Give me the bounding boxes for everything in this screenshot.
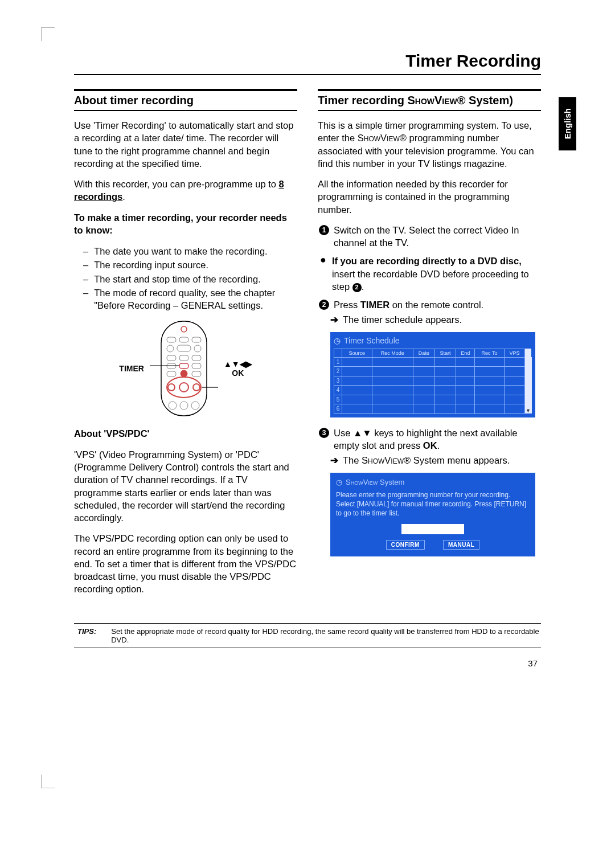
osd-timer-schedule: ◷ Timer Schedule ▲ Source Rec Mode Date … — [330, 332, 535, 417]
section-heading-showview: Timer recording ShowView® System) — [318, 89, 541, 111]
scroll-down-icon: ▼ — [526, 407, 531, 414]
right-column: Timer recording ShowView® System) This i… — [318, 89, 541, 604]
row-6: 6 — [334, 404, 342, 414]
sv-head-c: ® System) — [457, 94, 513, 107]
need-2: The start and stop time of the recording… — [94, 273, 261, 285]
tips-text: Set the appropriate mode of record quali… — [111, 627, 541, 644]
vps-p1: 'VPS' (Video Programming System) or 'PDC… — [74, 448, 297, 525]
osd2-title: ◷ ShowView System — [336, 477, 530, 488]
bullet-bold: If you are recording directly to a DVD d… — [332, 256, 522, 266]
remote-icon — [150, 320, 218, 417]
language-tab: English — [559, 97, 576, 150]
dvd-bullet: ● If you are recording directly to a DVD… — [318, 255, 541, 293]
remote-label-arrows-ok: ▲▼◀▶ OK — [224, 359, 252, 379]
osd2-t-a: ShowView — [346, 478, 378, 486]
col-date: Date — [413, 349, 434, 357]
step3-text: Use ▲▼ keys to highlight the next availa… — [334, 427, 541, 452]
vps-p2: The VPS/PDC recording option can only be… — [74, 532, 297, 595]
sv-p1: This is a simple timer programming syste… — [318, 119, 541, 170]
about-p2-c: . — [122, 191, 125, 202]
timer-schedule-table: Source Rec Mode Date Start End Rec To VP… — [334, 349, 532, 414]
manual-page: Timer Recording English About timer reco… — [74, 51, 541, 668]
table-row: 2 — [334, 367, 532, 376]
needs-list: –The date you want to make the recording… — [76, 244, 297, 312]
remote-label-timer: TIMER — [119, 363, 144, 374]
row-5: 5 — [334, 395, 342, 404]
about-p2-a: With this recorder, you can pre-programm… — [74, 179, 279, 189]
sv-head-b: ShowView — [407, 94, 457, 107]
tips-label: TIPS: — [74, 627, 96, 644]
bullet-icon: ● — [320, 253, 326, 293]
list-item: –The date you want to make the recording… — [76, 244, 297, 258]
table-row: 4 — [334, 386, 532, 395]
row-3: 3 — [334, 376, 342, 386]
col-start: Start — [434, 349, 456, 357]
sv-p2: All the information needed by this recor… — [318, 178, 541, 216]
row-4: 4 — [334, 386, 342, 395]
need-3: The mode of record quality, see the chap… — [94, 286, 297, 312]
col-source: Source — [342, 349, 372, 357]
page-title: Timer Recording — [74, 51, 541, 75]
step3-result: ➔ The ShowView® System menu appears. — [318, 454, 541, 466]
osd2-body: Please enter the programming number for … — [336, 490, 530, 518]
step-number-icon: 1 — [319, 225, 329, 235]
need-0: The date you want to make the recording. — [94, 245, 268, 257]
list-item: –The start and stop time of the recordin… — [76, 272, 297, 286]
clock-icon: ◷ — [336, 477, 342, 488]
col-recto: Rec To — [475, 349, 505, 357]
list-item: –The recording input source. — [76, 258, 297, 272]
result-arrow-icon: ➔ — [330, 313, 338, 326]
osd2-title-text: ShowView System — [346, 477, 404, 488]
s3ar-c: ® System menu appears. — [404, 455, 510, 465]
table-row: 5 — [334, 395, 532, 404]
inline-step2-icon: 2 — [352, 283, 362, 292]
svg-point-18 — [179, 383, 188, 392]
s3-c: . — [437, 440, 440, 451]
page-number: 37 — [74, 658, 541, 668]
step2-result: ➔ The timer schedule appears. — [318, 313, 541, 326]
osd1-title-text: Timer Schedule — [344, 335, 400, 346]
need-1: The recording input source. — [94, 259, 208, 271]
svg-point-16 — [181, 370, 187, 377]
step2-text: Press TIMER on the remote control. — [334, 298, 483, 311]
row-2: 2 — [334, 367, 342, 376]
table-header-row: Source Rec Mode Date Start End Rec To VP… — [334, 349, 532, 357]
bullet-rest: insert the recordable DVD before proceed… — [332, 269, 529, 292]
col-vps: VPS — [504, 349, 524, 357]
step2-arrow-text: The timer schedule appears. — [343, 313, 462, 326]
needs-heading: To make a timer recording, your recorder… — [74, 211, 297, 237]
dvd-bullet-text: If you are recording directly to a DVD d… — [332, 255, 541, 293]
s2-b: TIMER — [360, 300, 390, 310]
s3ar-b: ShowView — [362, 455, 404, 465]
svg-point-20 — [193, 384, 200, 391]
step-2: 2 Press TIMER on the remote control. — [318, 298, 541, 311]
table-row: 3 — [334, 376, 532, 386]
step1-text: Switch on the TV. Select the correct Vid… — [334, 224, 541, 249]
clock-icon: ◷ — [334, 335, 341, 346]
remote-diagram: TIMER — [74, 320, 297, 417]
step-number-icon: 3 — [319, 428, 329, 438]
osd2-buttons: CONFIRM MANUAL — [336, 540, 530, 550]
tips-bar: TIPS: Set the appropriate mode of record… — [74, 623, 541, 648]
osd-showview-system: ◷ ShowView System Please enter the progr… — [330, 473, 535, 557]
s2-a: Press — [334, 300, 360, 310]
step3-arrow-text: The ShowView® System menu appears. — [343, 454, 510, 466]
vps-heading: About 'VPS/PDC' — [74, 427, 297, 440]
svg-point-19 — [168, 384, 175, 391]
step-1: 1 Switch on the TV. Select the correct V… — [318, 224, 541, 249]
s3ar-a: The — [343, 455, 362, 465]
col-end: End — [456, 349, 475, 357]
osd2-t-b: System — [378, 478, 404, 486]
about-p1: Use 'Timer Recording' to automatically s… — [74, 119, 297, 170]
content-columns: About timer recording Use 'Timer Recordi… — [74, 89, 541, 604]
s3-b: OK — [423, 440, 437, 451]
col-recmode: Rec Mode — [372, 349, 413, 357]
result-arrow-icon: ➔ — [330, 454, 338, 466]
ok-key-label: OK — [232, 369, 244, 378]
s2-c: on the remote control. — [390, 300, 483, 310]
confirm-button: CONFIRM — [386, 540, 425, 550]
list-item: –The mode of record quality, see the cha… — [76, 286, 297, 313]
arrow-keys-label: ▲▼◀▶ — [224, 359, 252, 369]
step-number-icon: 2 — [319, 300, 329, 310]
step-3: 3 Use ▲▼ keys to highlight the next avai… — [318, 427, 541, 452]
